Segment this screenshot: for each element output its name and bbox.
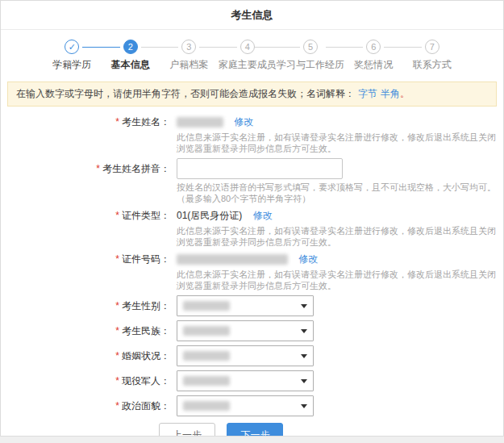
field-name-pinyin: *考生姓名拼音： 按姓名的汉语拼音的书写形式填写，要求顶格写，且不可出现空格，大… — [1, 158, 503, 204]
candidate-info-panel: 考生信息 ✓ 学籍学历 2 基本信息 3 户籍档案 4 家庭主要成员 5 学习与… — [0, 0, 504, 437]
required-marker: * — [96, 163, 100, 174]
field-label: *政治面貌： — [1, 395, 177, 416]
notice-period: 。 — [400, 88, 410, 99]
step-label: 联系方式 — [413, 58, 452, 72]
step-rewards-punishments[interactable]: 6 奖惩情况 — [344, 40, 403, 72]
field-content — [177, 370, 503, 391]
step-family-members[interactable]: 4 家庭主要成员 — [219, 40, 277, 72]
step-number: 3 — [181, 40, 196, 54]
required-marker: * — [115, 116, 119, 127]
caret-down-icon — [301, 404, 307, 408]
field-content: 修改 此信息来源于实名注册，如有误请登录实名注册进行修改，修改后退出系统且关闭浏… — [177, 252, 503, 291]
caret-down-icon — [301, 354, 307, 358]
halfwidth-notice-bar: 在输入数字或字母时，请使用半角字符，否则可能会造成报名失败；名词解释：字节半角。 — [7, 81, 497, 107]
political-status-select[interactable] — [177, 395, 314, 416]
redacted-select-value — [183, 376, 230, 386]
field-political-status: *政治面貌： — [1, 395, 503, 416]
redacted-select-value — [183, 351, 230, 361]
field-help-text: 此信息来源于实名注册，如有误请登录实名注册进行修改，修改后退出系统且关闭浏览器重… — [177, 269, 496, 291]
field-label: *考生姓名： — [1, 115, 177, 154]
redacted-select-value — [183, 326, 230, 336]
redacted-name-value — [177, 117, 223, 127]
caret-down-icon — [301, 379, 307, 383]
modify-name-link[interactable]: 修改 — [234, 116, 253, 127]
field-label: *证件号码： — [1, 252, 177, 291]
required-marker: * — [115, 325, 119, 336]
ethnicity-select[interactable] — [177, 320, 314, 341]
field-content — [177, 320, 503, 341]
form-actions: 上一步 下一步 — [159, 423, 503, 437]
step-study-work-history[interactable]: 5 学习与工作经历 — [277, 40, 344, 72]
field-content — [177, 395, 503, 416]
step-number: 7 — [425, 40, 439, 54]
step-number: 2 — [123, 40, 138, 54]
field-help-text: 按姓名的汉语拼音的书写形式填写，要求顶格写，且不可出现空格，大小写均可。（最多输… — [177, 182, 496, 204]
field-label: *证件类型： — [1, 208, 177, 248]
redacted-id-number-value — [177, 254, 288, 265]
step-school-record[interactable]: ✓ 学籍学历 — [43, 40, 102, 72]
field-ethnicity: *考生民族： — [1, 320, 503, 341]
caret-down-icon — [301, 304, 307, 308]
step-label: 家庭主要成员 — [219, 58, 277, 72]
previous-step-button[interactable]: 上一步 — [159, 423, 215, 437]
step-basic-info[interactable]: 2 基本信息 — [102, 40, 160, 72]
field-label: *现役军人： — [1, 370, 177, 391]
redacted-select-value — [183, 401, 230, 411]
field-gender: *考生性别： — [1, 295, 503, 316]
field-military-service: *现役军人： — [1, 370, 503, 391]
military-service-select[interactable] — [177, 370, 314, 391]
step-contact-info[interactable]: 7 联系方式 — [403, 40, 462, 72]
step-label: 户籍档案 — [169, 58, 208, 72]
field-id-type: *证件类型： 01(居民身份证) 修改 此信息来源于实名注册，如有误请登录实名注… — [1, 208, 503, 248]
field-label: *婚姻状况： — [1, 345, 177, 366]
field-help-text: 此信息来源于实名注册，如有误请登录实名注册进行修改，修改后退出系统且关闭浏览器重… — [177, 225, 496, 248]
field-candidate-name: *考生姓名： 修改 此信息来源于实名注册，如有误请登录实名注册进行修改，修改后退… — [1, 115, 503, 154]
required-marker: * — [115, 350, 119, 362]
required-marker: * — [115, 375, 119, 387]
next-step-button[interactable]: 下一步 — [227, 423, 283, 437]
field-label: *考生性别： — [1, 295, 177, 316]
step-label: 基本信息 — [111, 58, 150, 72]
pinyin-input[interactable] — [177, 158, 343, 179]
required-marker: * — [115, 210, 119, 221]
page-title: 考生信息 — [1, 1, 503, 30]
step-label: 学籍学历 — [52, 58, 91, 72]
field-content: 按姓名的汉语拼音的书写形式填写，要求顶格写，且不可出现空格，大小写均可。（最多输… — [177, 158, 503, 204]
required-marker: * — [115, 400, 119, 412]
field-label: *考生姓名拼音： — [1, 158, 177, 204]
notice-text: 在输入数字或字母时，请使用半角字符，否则可能会造成报名失败；名词解释： — [16, 88, 355, 99]
step-number: 6 — [366, 40, 381, 54]
check-icon: ✓ — [65, 40, 79, 54]
caret-down-icon — [301, 329, 307, 333]
field-content — [177, 345, 503, 366]
field-content: 01(居民身份证) 修改 此信息来源于实名注册，如有误请登录实名注册进行修改，修… — [177, 208, 503, 248]
marital-status-select[interactable] — [177, 345, 314, 366]
redacted-select-value — [183, 301, 230, 311]
required-marker: * — [115, 253, 119, 265]
field-marital-status: *婚姻状况： — [1, 345, 503, 366]
modify-id-number-link[interactable]: 修改 — [298, 253, 318, 265]
notice-link-halfwidth[interactable]: 半角 — [381, 88, 400, 99]
basic-info-form: *考生姓名： 修改 此信息来源于实名注册，如有误请登录实名注册进行修改，修改后退… — [1, 107, 503, 437]
step-number: 4 — [240, 40, 255, 54]
field-id-number: *证件号码： 修改 此信息来源于实名注册，如有误请登录实名注册进行修改，修改后退… — [1, 252, 503, 291]
step-label: 学习与工作经历 — [277, 58, 344, 72]
step-number: 5 — [303, 40, 318, 54]
gender-select[interactable] — [177, 295, 314, 316]
field-content — [177, 295, 503, 316]
stepper: ✓ 学籍学历 2 基本信息 3 户籍档案 4 家庭主要成员 5 学习与工作经历 … — [1, 30, 503, 80]
field-help-text: 此信息来源于实名注册，如有误请登录实名注册进行修改，修改后退出系统且关闭浏览器重… — [177, 132, 496, 154]
modify-id-type-link[interactable]: 修改 — [253, 210, 273, 221]
field-content: 修改 此信息来源于实名注册，如有误请登录实名注册进行修改，修改后退出系统且关闭浏… — [177, 115, 503, 154]
notice-link-byte[interactable]: 字节 — [358, 88, 377, 99]
step-label: 奖惩情况 — [354, 58, 393, 72]
step-household-archive[interactable]: 3 户籍档案 — [160, 40, 219, 72]
required-marker: * — [115, 300, 119, 311]
field-label: *考生民族： — [1, 320, 177, 341]
id-type-value: 01(居民身份证) — [177, 210, 242, 221]
